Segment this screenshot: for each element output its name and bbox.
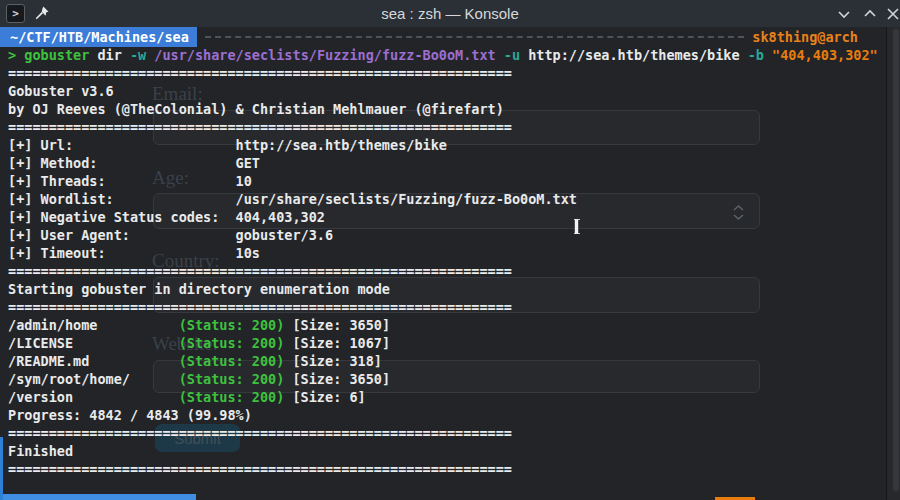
close-button[interactable] <box>885 6 900 22</box>
separator: ========================================… <box>8 118 880 136</box>
option-timeout: [+] Timeout: 10s <box>8 244 880 262</box>
minimize-button[interactable] <box>836 6 852 22</box>
separator: ========================================… <box>8 64 880 82</box>
mode-line: Starting gobuster in directory enumerati… <box>8 280 880 298</box>
option-threads: [+] Threads: 10 <box>8 172 880 190</box>
background-taskbar-blue-fragment <box>3 494 196 500</box>
option-negative-status-codes: [+] Negative Status codes: 404,403,302 <box>8 208 880 226</box>
window-title: sea : zsh — Konsole <box>0 5 900 22</box>
prompt-filler-line <box>205 36 745 38</box>
cwd-badge: ~/CTF/HTB/Machines/sea <box>0 27 197 47</box>
konsole-window: > sea : zsh — Konsole Email: Age: Countr… <box>0 0 900 500</box>
scrollbar-thumb[interactable] <box>893 29 899 491</box>
option-url: [+] Url: http://sea.htb/themes/bike <box>8 136 880 154</box>
terminal-output: ~/CTF/HTB/Machines/sea sk8thing@arch > g… <box>8 28 880 478</box>
user-host-label: sk8thing@arch <box>752 28 858 46</box>
terminal-scrollbar[interactable] <box>886 27 900 500</box>
separator: ========================================… <box>8 460 880 478</box>
separator: ========================================… <box>8 298 880 316</box>
command-line: > gobuster dir -w /usr/share/seclists/Fu… <box>8 46 880 64</box>
finished-line: Finished <box>8 442 880 460</box>
result-line: /README.md (Status: 200) [Size: 318] <box>8 352 880 370</box>
result-line: /admin/home (Status: 200) [Size: 3650] <box>8 316 880 334</box>
terminal-viewport[interactable]: Email: Age: Country: Website: Submit ~/C… <box>0 27 900 500</box>
maximize-button[interactable] <box>862 6 878 22</box>
result-line: /version (Status: 200) [Size: 6] <box>8 388 880 406</box>
separator: ========================================… <box>8 262 880 280</box>
titlebar: > sea : zsh — Konsole <box>0 0 900 27</box>
mouse-ibeam-cursor <box>571 218 584 239</box>
result-line: /sym/root/home/ (Status: 200) [Size: 365… <box>8 370 880 388</box>
progress-line: Progress: 4842 / 4843 (99.98%) <box>8 406 880 424</box>
separator: ========================================… <box>8 424 880 442</box>
background-window-edge <box>0 437 3 500</box>
result-line: /LICENSE (Status: 200) [Size: 1067] <box>8 334 880 352</box>
option-user-agent: [+] User Agent: gobuster/3.6 <box>8 226 880 244</box>
option-wordlist: [+] Wordlist: /usr/share/seclists/Fuzzin… <box>8 190 880 208</box>
banner-authors: by OJ Reeves (@TheColonial) & Christian … <box>8 100 880 118</box>
banner-version: Gobuster v3.6 <box>8 82 880 100</box>
option-method: [+] Method: GET <box>8 154 880 172</box>
shell-prompt-row: ~/CTF/HTB/Machines/sea sk8thing@arch <box>0 28 865 46</box>
